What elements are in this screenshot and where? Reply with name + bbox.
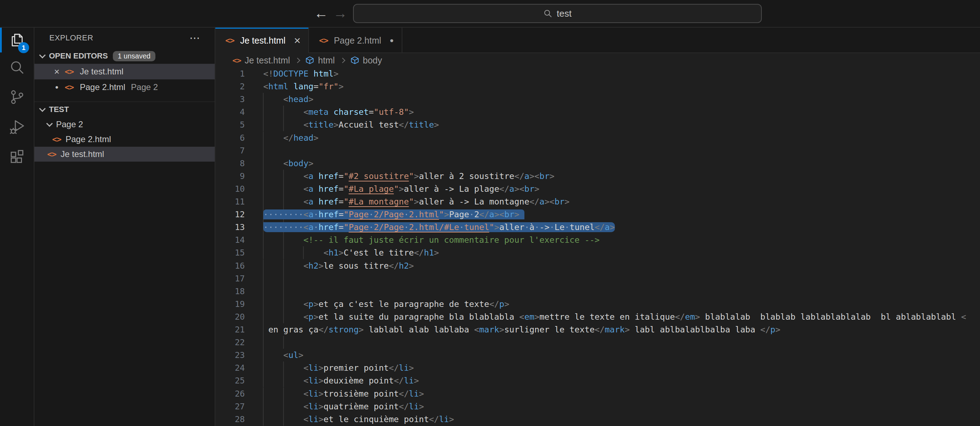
- activitybar-item-search[interactable]: [0, 52, 34, 82]
- code-line[interactable]: 21 en gras ça</strong> lablabl alab labl…: [215, 323, 980, 336]
- activitybar-item-source-control[interactable]: [0, 82, 34, 112]
- code-line[interactable]: 18: [215, 285, 980, 298]
- workspace-label: TEST: [49, 105, 69, 114]
- workspace-header[interactable]: TEST: [34, 102, 215, 117]
- code-line[interactable]: 8 <body>: [215, 157, 980, 170]
- code-line[interactable]: 10 <a href="#La plage">aller à -> La pla…: [215, 182, 980, 195]
- line-number: 27: [215, 400, 245, 413]
- code-token: <: [303, 184, 308, 194]
- open-editors-header[interactable]: OPEN EDITORS 1 unsaved: [34, 48, 215, 64]
- code-line[interactable]: 28 <li>et le cinquième point</li>: [215, 413, 980, 426]
- code-token: >: [499, 325, 504, 334]
- whitespace-dot: ·: [288, 222, 293, 232]
- code-token: br: [555, 197, 565, 207]
- code-token: [263, 158, 283, 168]
- whitespace-dot: ·: [404, 209, 409, 219]
- editor-tab[interactable]: <>Page 2.html●: [309, 28, 402, 53]
- code-token: >: [535, 312, 539, 322]
- line-number: 13: [215, 221, 245, 234]
- code-line[interactable]: 1<!DOCTYPE html>: [215, 67, 980, 80]
- code-line[interactable]: 12········<a·href="Page·2/Page·2.html">P…: [215, 208, 980, 221]
- code-token: >: [409, 261, 414, 271]
- line-number: 12: [215, 208, 245, 221]
- code-token: >: [434, 120, 439, 130]
- tree-file[interactable]: <>Je test.html: [34, 147, 215, 162]
- code-token: ········: [263, 222, 303, 232]
- activitybar-item-explorer[interactable]: 1: [0, 28, 34, 52]
- code-line[interactable]: 15 <h1>C'est le titre</h1>: [215, 246, 980, 259]
- code-token: <: [303, 312, 308, 322]
- indent-guide: [283, 285, 284, 298]
- code-token: li: [404, 376, 414, 386]
- html-file-icon: <>: [52, 135, 61, 144]
- code-token: p: [770, 325, 775, 334]
- line-number: 22: [215, 336, 245, 349]
- code-line[interactable]: 7: [215, 144, 980, 157]
- editor-tab[interactable]: <>Je test.html×: [215, 28, 309, 53]
- code-line[interactable]: 25 <li>deuxième point</li>: [215, 374, 980, 387]
- code-token: </: [283, 133, 293, 143]
- code-line[interactable]: 16 <h2>le sous titre</h2>: [215, 260, 980, 272]
- code-line[interactable]: 27 <li>quatrième point</li>: [215, 400, 980, 413]
- code-line[interactable]: 6 </head>: [215, 131, 980, 144]
- code-token: ·: [313, 209, 319, 219]
- code-token: ": [344, 209, 348, 219]
- nav-back-button[interactable]: ←: [312, 4, 330, 22]
- code-line[interactable]: 11 <a href="#La montagne">aller à -> La …: [215, 195, 980, 208]
- code-line[interactable]: 22: [215, 336, 980, 349]
- open-editor-item[interactable]: ●<>Page 2.htmlPage 2: [34, 79, 215, 95]
- close-icon[interactable]: ×: [51, 66, 63, 77]
- code-token: >: [359, 325, 364, 334]
- code-line[interactable]: 4 <meta charset="utf-8">: [215, 106, 980, 118]
- search-icon: [9, 59, 25, 76]
- breadcrumb-item[interactable]: body: [350, 55, 382, 66]
- code-token: href: [319, 209, 339, 219]
- code-token: >: [414, 197, 419, 207]
- code-line[interactable]: 17: [215, 272, 980, 285]
- code-line[interactable]: 26 <li>troisième point</li>: [215, 387, 980, 400]
- modified-dot-icon[interactable]: ●: [51, 84, 63, 90]
- code-line[interactable]: 19 <p>et ça c'est le paragraphe de texte…: [215, 298, 980, 310]
- modified-dot-icon[interactable]: ●: [390, 36, 393, 44]
- breadcrumb-item[interactable]: <>Je test.html: [232, 55, 290, 66]
- code-line[interactable]: 20 <p>et la suite du paragraphe bla blab…: [215, 310, 980, 323]
- code-line[interactable]: 14 <!-- il faut juste écrir un commentai…: [215, 234, 980, 246]
- whitespace-dot: ·: [313, 209, 319, 219]
- code-token: </: [399, 120, 409, 130]
- html-file-icon: <>: [65, 67, 74, 76]
- code-line[interactable]: 13········<a·href="Page·2/Page·2.html/#L…: [215, 221, 980, 234]
- open-editor-item[interactable]: ×<>Je test.html: [34, 64, 215, 79]
- code-token: >: [409, 107, 414, 117]
- chevron-right-icon: [340, 57, 345, 63]
- html-file-icon: <>: [232, 56, 241, 65]
- whitespace-dot: ·: [298, 209, 303, 219]
- code-token: </: [675, 312, 685, 322]
- line-number: 20: [215, 310, 245, 323]
- activitybar-item-run-and-debug[interactable]: [0, 112, 34, 142]
- code-token: [263, 235, 303, 245]
- code-token: <: [283, 350, 288, 360]
- command-center-search[interactable]: test: [353, 4, 762, 23]
- code-line[interactable]: 5 <title>Accueil test</title>: [215, 118, 980, 131]
- tree-file[interactable]: <>Page 2.html: [34, 132, 215, 147]
- code-token: [263, 402, 303, 412]
- code-line[interactable]: 24 <li>premier point</li>: [215, 361, 980, 374]
- breadcrumb-item[interactable]: html: [305, 55, 334, 66]
- code-line[interactable]: 23 <ul>: [215, 349, 980, 361]
- activitybar-item-extensions[interactable]: [0, 142, 34, 171]
- more-actions-icon[interactable]: ⋯: [189, 34, 201, 41]
- code-token: title: [308, 120, 334, 130]
- open-editors-label: OPEN EDITORS: [49, 51, 108, 60]
- code-token: mettre le texte en italique: [539, 312, 675, 322]
- nav-forward-button[interactable]: →: [331, 4, 349, 22]
- code-line[interactable]: 3 <head>: [215, 93, 980, 106]
- code-line[interactable]: 2<html lang="fr">: [215, 80, 980, 93]
- code-editor[interactable]: 1<!DOCTYPE html>2<html lang="fr">3 <head…: [215, 67, 980, 426]
- code-token: <: [303, 402, 308, 412]
- breadcrumb-label: body: [363, 55, 382, 66]
- code-line[interactable]: 9 <a href="#2 soustitre">aller à 2 soust…: [215, 170, 980, 182]
- tree-folder[interactable]: Page 2: [34, 117, 215, 132]
- close-icon[interactable]: ×: [294, 35, 301, 46]
- code-token: blablalab blablab lablablablalab bl abla…: [700, 312, 961, 322]
- code-token: </: [394, 376, 404, 386]
